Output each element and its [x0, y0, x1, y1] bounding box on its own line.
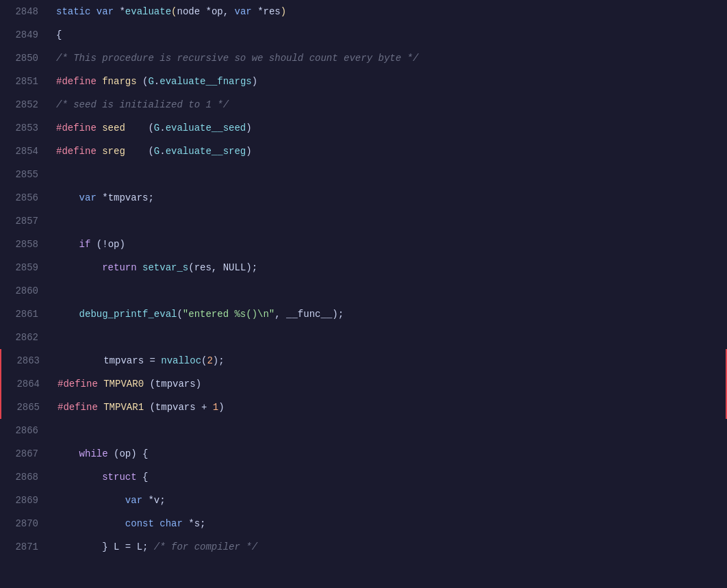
line-content-2859: return setvar_s(res, NULL); [49, 256, 727, 279]
line-num-2859: 2859 [0, 256, 49, 279]
line-num-2860: 2860 [0, 279, 49, 303]
line-2861: 2861 debug_printf_eval("entered %s()\n",… [0, 303, 727, 326]
line-content-2855 [49, 163, 727, 186]
line-content-2854: #define sreg (G.evaluate__sreg) [49, 140, 727, 163]
line-num-2867: 2867 [0, 442, 49, 465]
line-num-2854: 2854 [0, 140, 49, 163]
line-2866: 2866 [0, 419, 727, 442]
line-2865: 2865 #define TMPVAR1 (tmpvars + 1) [0, 396, 727, 419]
line-num-2857: 2857 [0, 209, 49, 233]
line-num-2868: 2868 [0, 465, 49, 489]
line-2859: 2859 return setvar_s(res, NULL); [0, 256, 727, 279]
line-content-2862 [49, 326, 727, 349]
line-num-2861: 2861 [0, 303, 49, 326]
code-editor: 2848 static var *evaluate(node *op, var … [0, 0, 727, 588]
line-num-2858: 2858 [0, 233, 49, 256]
line-2851: 2851 #define fnargs (G.evaluate__fnargs) [0, 70, 727, 93]
line-num-2870: 2870 [0, 512, 49, 535]
line-content-2850: /* This procedure is recursive so we sho… [49, 47, 727, 70]
line-2855: 2855 [0, 163, 727, 186]
line-2864: 2864 #define TMPVAR0 (tmpvars) [0, 372, 727, 396]
line-num-2851: 2851 [0, 70, 49, 93]
line-2869: 2869 var *v; [0, 489, 727, 512]
line-2852: 2852 /* seed is initialized to 1 */ [0, 93, 727, 116]
line-2854: 2854 #define sreg (G.evaluate__sreg) [0, 140, 727, 163]
line-content-2851: #define fnargs (G.evaluate__fnargs) [49, 70, 727, 93]
line-num-2871: 2871 [0, 535, 49, 559]
line-2863: 2863 tmpvars = nvalloc(2); [0, 349, 727, 372]
line-content-2868: struct { [49, 465, 727, 489]
line-content-2852: /* seed is initialized to 1 */ [49, 93, 727, 116]
line-num-2853: 2853 [0, 116, 49, 140]
line-content-2863: tmpvars = nvalloc(2); [51, 349, 726, 372]
line-num-2855: 2855 [0, 163, 49, 186]
line-2856: 2856 var *tmpvars; [0, 186, 727, 209]
line-num-2866: 2866 [0, 419, 49, 442]
line-2848: 2848 static var *evaluate(node *op, var … [0, 0, 727, 23]
line-num-2864: 2864 [1, 372, 51, 396]
line-content-2853: #define seed (G.evaluate__seed) [49, 116, 727, 140]
line-2870: 2870 const char *s; [0, 512, 727, 535]
line-num-2848: 2848 [0, 0, 49, 23]
line-num-2863: 2863 [1, 349, 51, 372]
line-num-2856: 2856 [0, 186, 49, 209]
line-2858: 2858 if (!op) [0, 233, 727, 256]
line-content-2861: debug_printf_eval("entered %s()\n", __fu… [49, 303, 727, 326]
line-content-2849: { [49, 23, 727, 47]
line-2862: 2862 [0, 326, 727, 349]
line-content-2867: while (op) { [49, 442, 727, 465]
line-num-2869: 2869 [0, 489, 49, 512]
line-content-2857 [49, 209, 727, 233]
line-content-2870: const char *s; [49, 512, 727, 535]
line-num-2865: 2865 [1, 396, 51, 419]
line-content-2848: static var *evaluate(node *op, var *res) [49, 0, 727, 23]
line-content-2860 [49, 279, 727, 303]
line-2860: 2860 [0, 279, 727, 303]
line-2871: 2871 } L = L; /* for compiler */ [0, 535, 727, 559]
line-2850: 2850 /* This procedure is recursive so w… [0, 47, 727, 70]
line-content-2856: var *tmpvars; [49, 186, 727, 209]
line-num-2850: 2850 [0, 47, 49, 70]
line-2857: 2857 [0, 209, 727, 233]
line-num-2862: 2862 [0, 326, 49, 349]
line-content-2866 [49, 419, 727, 442]
line-2867: 2867 while (op) { [0, 442, 727, 465]
line-content-2858: if (!op) [49, 233, 727, 256]
line-2868: 2868 struct { [0, 465, 727, 489]
line-content-2864: #define TMPVAR0 (tmpvars) [51, 372, 726, 396]
line-2849: 2849 { [0, 23, 727, 47]
line-num-2849: 2849 [0, 23, 49, 47]
line-content-2865: #define TMPVAR1 (tmpvars + 1) [51, 396, 726, 419]
line-content-2871: } L = L; /* for compiler */ [49, 535, 727, 559]
line-2853: 2853 #define seed (G.evaluate__seed) [0, 116, 727, 140]
line-num-2852: 2852 [0, 93, 49, 116]
line-content-2869: var *v; [49, 489, 727, 512]
